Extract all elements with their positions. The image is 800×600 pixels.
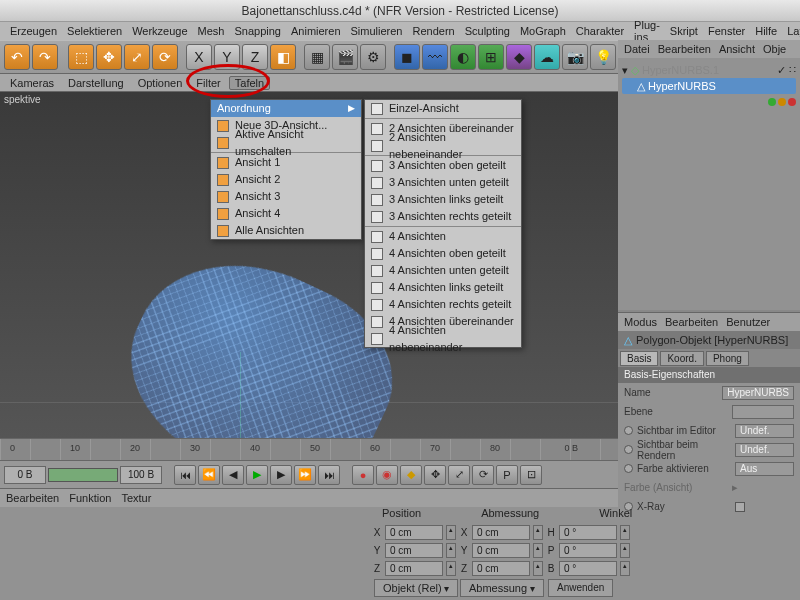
rot-p-field[interactable]: 0 ° [559, 543, 617, 558]
tree-tags[interactable] [622, 94, 796, 110]
menu-rendern[interactable]: Rendern [408, 24, 458, 38]
anwenden-button[interactable]: Anwenden [548, 579, 613, 597]
axis-y-button[interactable]: Y [214, 44, 240, 70]
sm-3-rechts[interactable]: 3 Ansichten rechts geteilt [365, 208, 521, 225]
render-view-button[interactable]: ▦ [304, 44, 330, 70]
radio-render[interactable] [624, 445, 633, 454]
ap-tab-modus[interactable]: Modus [624, 316, 657, 328]
axis-z-button[interactable]: Z [242, 44, 268, 70]
key-pos-button[interactable]: ✥ [424, 465, 446, 485]
objekt-rel-dropdown[interactable]: Objekt (Rel) ▾ [374, 579, 458, 597]
render-button[interactable]: 🎬 [332, 44, 358, 70]
axis-x-button[interactable]: X [186, 44, 212, 70]
sm-3-oben[interactable]: 3 Ansichten oben geteilt [365, 157, 521, 174]
menu-lay[interactable]: Lay [783, 24, 800, 38]
tag-red-icon[interactable] [788, 98, 796, 106]
abmessung-dropdown[interactable]: Abmessung ▾ [460, 579, 544, 597]
undo-button[interactable]: ↶ [4, 44, 30, 70]
key-rot-button[interactable]: ⟳ [472, 465, 494, 485]
pos-x-field[interactable]: 0 cm [385, 525, 443, 540]
prev-frame-button[interactable]: ◀ [222, 465, 244, 485]
tree-row-1[interactable]: △ HyperNURBS [622, 78, 796, 94]
menu-animieren[interactable]: Animieren [287, 24, 345, 38]
tab-phong[interactable]: Phong [706, 351, 749, 366]
menu-mesh[interactable]: Mesh [194, 24, 229, 38]
vm-darstellung[interactable]: Darstellung [62, 76, 130, 90]
menu-sculpting[interactable]: Sculpting [461, 24, 514, 38]
mi-alle-ansichten[interactable]: Alle Ansichten [211, 222, 361, 239]
menu-mograph[interactable]: MoGraph [516, 24, 570, 38]
field-farbe-akt[interactable]: Aus [735, 462, 794, 476]
tag-green-icon[interactable] [768, 98, 776, 106]
size-x-field[interactable]: 0 cm [472, 525, 530, 540]
tab-basis[interactable]: Basis [620, 351, 658, 366]
rot-b-field[interactable]: 0 ° [559, 561, 617, 576]
rot-h-field[interactable]: 0 ° [559, 525, 617, 540]
sm-2-neben[interactable]: 2 Ansichten nebeneinander [365, 137, 521, 154]
sm-3-unten[interactable]: 3 Ansichten unten geteilt [365, 174, 521, 191]
sm-3-links[interactable]: 3 Ansichten links geteilt [365, 191, 521, 208]
render-settings-button[interactable]: ⚙ [360, 44, 386, 70]
expand-icon[interactable]: ▾ [622, 64, 628, 77]
redo-button[interactable]: ↷ [32, 44, 58, 70]
om-tab-bearbeiten[interactable]: Bearbeiten [658, 43, 711, 55]
ap-tab-benutzer[interactable]: Benutzer [726, 316, 770, 328]
goto-start-button[interactable]: ⏮ [174, 465, 196, 485]
field-sicht-editor[interactable]: Undef. [735, 424, 794, 438]
select-tool[interactable]: ⬚ [68, 44, 94, 70]
environment-tool[interactable]: ☁ [534, 44, 560, 70]
sm-4-oben[interactable]: 4 Ansichten oben geteilt [365, 245, 521, 262]
record-button[interactable]: ● [352, 465, 374, 485]
cb-tab-funktion[interactable]: Funktion [69, 492, 111, 504]
coord-button[interactable]: ◧ [270, 44, 296, 70]
size-y-field[interactable]: 0 cm [472, 543, 530, 558]
frame-start-field[interactable]: 0 B [4, 466, 46, 484]
radio-editor[interactable] [624, 426, 633, 435]
menu-hilfe[interactable]: Hilfe [751, 24, 781, 38]
sm-4[interactable]: 4 Ansichten [365, 228, 521, 245]
next-key-button[interactable]: ⏩ [294, 465, 316, 485]
keyframe-button[interactable]: ◆ [400, 465, 422, 485]
array-tool[interactable]: ⊞ [478, 44, 504, 70]
cb-tab-textur[interactable]: Textur [121, 492, 151, 504]
field-sicht-render[interactable]: Undef. [735, 443, 794, 457]
vm-filter[interactable]: Filter [190, 76, 226, 90]
mi-anordnung[interactable]: Anordnung▶ [211, 100, 361, 117]
mi-aktive-umschalten[interactable]: Aktive Ansicht umschalten [211, 134, 361, 151]
menu-skript[interactable]: Skript [666, 24, 702, 38]
field-ebene[interactable] [732, 405, 794, 419]
radio-farbe[interactable] [624, 464, 633, 473]
mi-ansicht4[interactable]: Ansicht 4 [211, 205, 361, 222]
menu-selektieren[interactable]: Selektieren [63, 24, 126, 38]
rotate-tool[interactable]: ⟳ [152, 44, 178, 70]
scale-tool[interactable]: ⤢ [124, 44, 150, 70]
sm-4-neben[interactable]: 4 Ansichten nebeneinander [365, 330, 521, 347]
spinner-icon[interactable]: ▴ [446, 525, 456, 540]
menu-snapping[interactable]: Snapping [230, 24, 285, 38]
tree-row-0[interactable]: ▾ ◇ HyperNURBS.1 ✓ ∷ [622, 62, 796, 78]
sm-einzel[interactable]: Einzel-Ansicht [365, 100, 521, 117]
deformer-tool[interactable]: ◆ [506, 44, 532, 70]
pos-z-field[interactable]: 0 cm [385, 561, 443, 576]
mi-ansicht2[interactable]: Ansicht 2 [211, 171, 361, 188]
goto-end-button[interactable]: ⏭ [318, 465, 340, 485]
pos-y-field[interactable]: 0 cm [385, 543, 443, 558]
tag-orange-icon[interactable] [778, 98, 786, 106]
nurbs-tool[interactable]: ◐ [450, 44, 476, 70]
autokey-button[interactable]: ◉ [376, 465, 398, 485]
timeline-range[interactable] [48, 468, 118, 482]
key-param-button[interactable]: P [496, 465, 518, 485]
vm-kameras[interactable]: Kameras [4, 76, 60, 90]
vm-tafeln[interactable]: Tafeln [229, 76, 270, 90]
menu-simulieren[interactable]: Simulieren [347, 24, 407, 38]
light-tool[interactable]: 💡 [590, 44, 616, 70]
move-tool[interactable]: ✥ [96, 44, 122, 70]
cb-tab-bearbeiten[interactable]: Bearbeiten [6, 492, 59, 504]
play-button[interactable]: ▶ [246, 465, 268, 485]
mi-ansicht3[interactable]: Ansicht 3 [211, 188, 361, 205]
check-xray[interactable] [735, 502, 745, 512]
menu-fenster[interactable]: Fenster [704, 24, 749, 38]
menu-erzeugen[interactable]: Erzeugen [6, 24, 61, 38]
frame-end-field[interactable]: 100 B [120, 466, 162, 484]
om-tab-obje[interactable]: Obje [763, 43, 786, 55]
